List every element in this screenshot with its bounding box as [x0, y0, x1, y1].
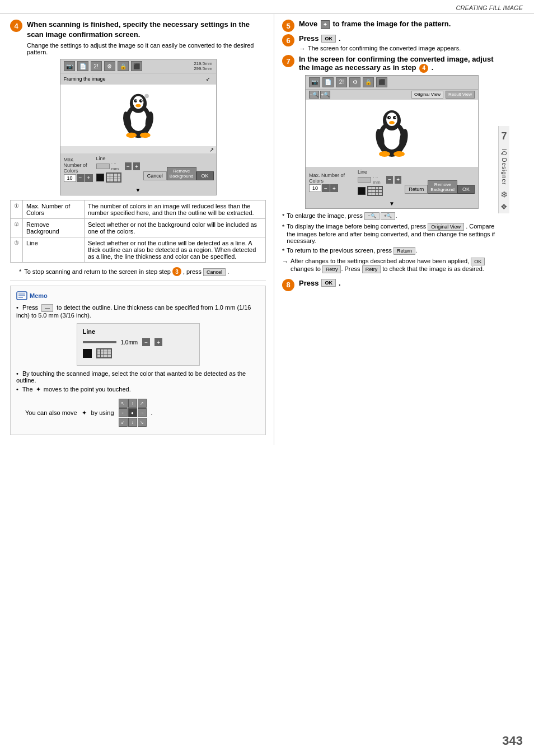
arrow-dl[interactable]: ↙ [119, 418, 128, 427]
side-tab-label: IQ Designer [501, 147, 507, 187]
ok-button-scan[interactable]: OK [196, 171, 214, 180]
line-grid-row [96, 172, 140, 183]
result-line-controls: · ·· mm − + [358, 175, 401, 185]
col-name-1: Max. Number of Colors [23, 200, 85, 219]
svg-point-26 [389, 121, 395, 124]
zoom-btn-inline: −🔍 +🔍 [364, 212, 395, 220]
cancel-note: * To stop scanning and return to the scr… [19, 267, 266, 276]
line-demo-plus[interactable]: + [154, 338, 162, 346]
result-line-plus[interactable]: + [395, 176, 401, 184]
svg-point-12 [139, 133, 150, 138]
bottom-indicator: ▼ [60, 185, 216, 195]
line-section: Line · ·· mm − + [96, 156, 140, 183]
original-view-button[interactable]: Original View [411, 91, 443, 99]
framing-label-bar: Framing the image ↙ [60, 73, 216, 85]
result-remove-bg-button[interactable]: Remove Background [428, 180, 457, 194]
side-tab-bar: 7 IQ Designer ❄ ❖ [498, 126, 509, 213]
zoom-plus-icon[interactable]: +🔍 [320, 91, 330, 99]
result-line-minus[interactable]: − [386, 176, 393, 184]
col-desc-1: The number of colors in an image will re… [85, 200, 266, 219]
arrow-center[interactable]: ● [128, 408, 137, 417]
max-colors-plus[interactable]: + [85, 174, 93, 182]
arrow-ul[interactable]: ↖ [119, 399, 128, 408]
svg-point-24 [389, 117, 390, 118]
result-colors-minus[interactable]: − [322, 184, 330, 192]
result-view-button[interactable]: Result View [446, 91, 475, 99]
cancel-button[interactable]: Cancel [143, 171, 167, 180]
arrow-up[interactable]: ↑ [128, 399, 137, 408]
scan-action-buttons: Cancel Remove Background OK [143, 158, 214, 180]
return-inline-btn[interactable]: Return [394, 247, 415, 255]
max-colors-value: 10 [64, 174, 76, 182]
result-bottom-indicator: ▼ [306, 198, 478, 208]
max-colors-minus[interactable]: − [77, 174, 85, 182]
step7-notes: * To enlarge the image, press −🔍 +🔍 . * … [282, 212, 502, 273]
col-desc-3: Select whether or not the outline will b… [85, 237, 266, 263]
arrow-left[interactable]: ← [119, 408, 128, 417]
line-demo-minus[interactable]: − [142, 338, 150, 346]
arrow-right-btn[interactable]: → [138, 408, 147, 417]
step6-note: → The screen for confirming the converte… [299, 45, 461, 53]
arrow-dr[interactable]: ↘ [138, 418, 147, 427]
step6-title: Press OK . [299, 34, 461, 43]
step7-content: In the screen for confirming the convert… [299, 55, 502, 73]
retry-inline-btn[interactable]: Retry [322, 265, 341, 273]
move-icon-label: ✦ [82, 409, 87, 417]
scan-canvas [60, 85, 216, 146]
result-toolbar: 📷 📄 2! ⚙ 🔒 ⬛ [306, 76, 478, 90]
col-name-2: Remove Background [23, 219, 85, 237]
resize-icon: ↗ [209, 147, 214, 153]
return-button[interactable]: Return [405, 185, 428, 194]
row-num-3: ③ [11, 237, 23, 263]
svg-point-6 [135, 100, 137, 101]
result-line-section: Line · ·· mm − + [358, 169, 401, 196]
result-colors-plus[interactable]: + [330, 184, 338, 192]
result-ok-button[interactable]: OK [457, 185, 475, 194]
grid-pattern-icon [106, 172, 121, 183]
step3-inline-circle: 3 [172, 267, 181, 276]
tb-icon-frame: ⬛ [131, 61, 142, 71]
line-controls: · ·· mm − + [96, 161, 140, 171]
right-column: 5 Move ✦ to frame the image for the patt… [274, 14, 509, 445]
zoom-minus-inline[interactable]: −🔍 [364, 212, 380, 220]
ok-inline-btn[interactable]: OK [471, 258, 485, 265]
zoom-plus-inline[interactable]: +🔍 [381, 212, 396, 220]
memo-bullet-1: • Press — to detect the outline. Line th… [16, 304, 260, 319]
ok-btn-s8[interactable]: OK [321, 279, 336, 287]
memo-box: Memo • Press — to detect the outline. Li… [10, 286, 266, 435]
step5-circle: 5 [282, 20, 294, 32]
note4-text: After changes to the settings described … [291, 258, 502, 273]
page-title: CREATING FILL IMAGE [456, 4, 523, 11]
arrow-ur[interactable]: ↗ [138, 399, 147, 408]
zoom-minus-icon[interactable]: −🔍 [309, 91, 319, 99]
max-colors-stepper[interactable]: 10 − + [64, 174, 93, 182]
line-minus[interactable]: − [125, 162, 132, 170]
result-max-colors: Max. Number of Colors 10 − + [309, 172, 354, 192]
arrow-down[interactable]: ↓ [128, 418, 137, 427]
arrow-4: → [282, 258, 288, 265]
step7-row: 7 In the screen for confirming the conve… [282, 55, 502, 73]
line-plus[interactable]: + [133, 162, 140, 170]
step4-row: 4 When scanning is finished, specify the… [10, 20, 266, 55]
ok-btn-s6[interactable]: OK [321, 35, 336, 43]
line-color-box [96, 174, 104, 181]
move-cursor-icon-s5: ✦ [321, 20, 330, 29]
retry-inline-btn-2[interactable]: Retry [362, 265, 381, 273]
tb-icon-camera: 📷 [64, 61, 75, 71]
svg-point-4 [134, 99, 137, 102]
minus-btn-inline[interactable]: — [41, 304, 53, 312]
memo-title: Memo [16, 291, 260, 301]
cancel-inline-btn[interactable]: Cancel [203, 268, 226, 276]
tb2-icon-doc: 📄 [322, 77, 334, 87]
remove-background-button[interactable]: Remove Background [167, 167, 196, 180]
step8-circle: 8 [282, 279, 294, 291]
move-cursor-icon: ✦ [36, 386, 41, 393]
result-ui-screen: 📷 📄 2! ⚙ 🔒 ⬛ −🔍 +🔍 Original View Result … [305, 75, 479, 209]
result-colors-stepper[interactable]: 10 − + [309, 184, 338, 192]
memo-label: Memo [30, 292, 48, 299]
original-view-inline-btn[interactable]: Original View [428, 223, 464, 231]
step7-note-3: * To return to the previous screen, pres… [282, 247, 502, 255]
tb-icon-doc: 📄 [77, 61, 88, 71]
svg-point-8 [135, 104, 140, 108]
side-icon-2: ❖ [500, 202, 508, 211]
